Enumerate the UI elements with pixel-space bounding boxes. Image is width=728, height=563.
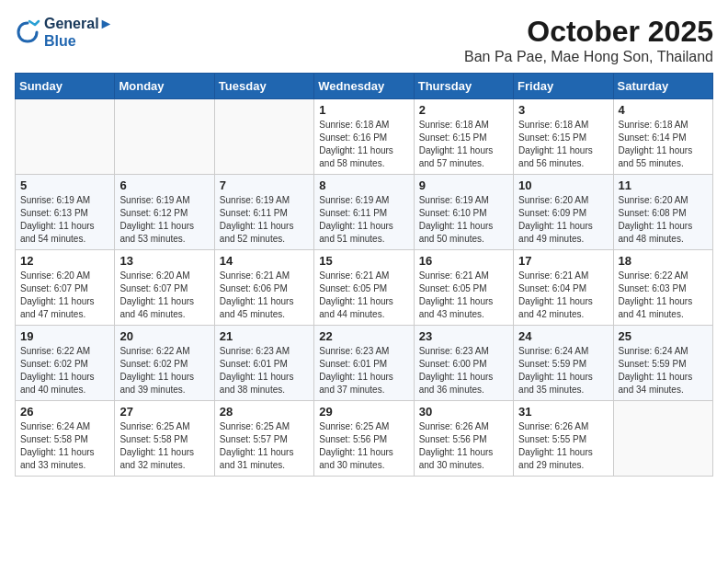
day-info: Sunrise: 6:25 AM Sunset: 5:58 PM Dayligh… xyxy=(119,420,209,472)
day-info: Sunrise: 6:25 AM Sunset: 5:56 PM Dayligh… xyxy=(319,420,408,472)
day-number: 22 xyxy=(319,329,408,343)
day-number: 23 xyxy=(419,329,508,343)
day-number: 19 xyxy=(20,329,109,343)
day-info: Sunrise: 6:18 AM Sunset: 6:14 PM Dayligh… xyxy=(619,119,708,170)
calendar-cell: 1Sunrise: 6:18 AM Sunset: 6:16 PM Daylig… xyxy=(314,99,414,175)
calendar-week-row: 5Sunrise: 6:19 AM Sunset: 6:13 PM Daylig… xyxy=(16,175,713,250)
calendar-cell: 22Sunrise: 6:23 AM Sunset: 6:01 PM Dayli… xyxy=(314,326,414,401)
title-area: October 2025 Ban Pa Pae, Mae Hong Son, T… xyxy=(464,15,713,65)
day-info: Sunrise: 6:20 AM Sunset: 6:09 PM Dayligh… xyxy=(518,194,608,246)
calendar-cell: 17Sunrise: 6:21 AM Sunset: 6:04 PM Dayli… xyxy=(514,250,613,326)
day-number: 20 xyxy=(119,329,209,343)
day-info: Sunrise: 6:25 AM Sunset: 5:57 PM Dayligh… xyxy=(220,420,309,472)
day-info: Sunrise: 6:23 AM Sunset: 6:01 PM Dayligh… xyxy=(319,345,408,396)
calendar-cell: 14Sunrise: 6:21 AM Sunset: 6:06 PM Dayli… xyxy=(214,250,313,326)
calendar-cell: 21Sunrise: 6:23 AM Sunset: 6:01 PM Dayli… xyxy=(214,326,313,401)
day-number: 28 xyxy=(220,405,309,419)
weekday-header-wednesday: Wednesday xyxy=(314,74,414,99)
logo: General► Blue xyxy=(15,15,113,50)
weekday-header-friday: Friday xyxy=(514,74,613,99)
calendar-cell: 13Sunrise: 6:20 AM Sunset: 6:07 PM Dayli… xyxy=(115,250,214,326)
day-info: Sunrise: 6:23 AM Sunset: 6:00 PM Dayligh… xyxy=(419,345,508,396)
calendar-cell xyxy=(115,99,214,175)
day-info: Sunrise: 6:18 AM Sunset: 6:16 PM Dayligh… xyxy=(319,119,408,170)
calendar-cell xyxy=(214,99,313,175)
day-number: 9 xyxy=(419,178,508,192)
calendar-cell xyxy=(16,99,115,175)
day-info: Sunrise: 6:18 AM Sunset: 6:15 PM Dayligh… xyxy=(518,119,608,170)
day-number: 1 xyxy=(319,103,408,117)
day-number: 3 xyxy=(518,103,608,117)
calendar-cell: 6Sunrise: 6:19 AM Sunset: 6:12 PM Daylig… xyxy=(115,175,214,250)
month-title: October 2025 xyxy=(464,15,713,49)
location: Ban Pa Pae, Mae Hong Son, Thailand xyxy=(464,49,713,65)
calendar-cell: 18Sunrise: 6:22 AM Sunset: 6:03 PM Dayli… xyxy=(613,250,712,326)
weekday-header-thursday: Thursday xyxy=(414,74,513,99)
day-number: 8 xyxy=(319,178,408,192)
calendar-week-row: 19Sunrise: 6:22 AM Sunset: 6:02 PM Dayli… xyxy=(16,326,713,401)
calendar-cell: 16Sunrise: 6:21 AM Sunset: 6:05 PM Dayli… xyxy=(414,250,513,326)
day-number: 30 xyxy=(419,405,508,419)
calendar-cell: 19Sunrise: 6:22 AM Sunset: 6:02 PM Dayli… xyxy=(16,326,115,401)
calendar-cell: 5Sunrise: 6:19 AM Sunset: 6:13 PM Daylig… xyxy=(16,175,115,250)
day-number: 4 xyxy=(619,103,708,117)
calendar-cell: 8Sunrise: 6:19 AM Sunset: 6:11 PM Daylig… xyxy=(314,175,414,250)
day-number: 11 xyxy=(619,178,708,192)
day-info: Sunrise: 6:23 AM Sunset: 6:01 PM Dayligh… xyxy=(220,345,309,396)
day-number: 29 xyxy=(319,405,408,419)
day-number: 10 xyxy=(518,178,608,192)
day-number: 13 xyxy=(119,254,209,268)
logo-text: General► Blue xyxy=(44,15,113,50)
day-number: 27 xyxy=(119,405,209,419)
day-info: Sunrise: 6:19 AM Sunset: 6:12 PM Dayligh… xyxy=(119,194,209,246)
day-info: Sunrise: 6:20 AM Sunset: 6:07 PM Dayligh… xyxy=(20,270,109,321)
calendar-week-row: 1Sunrise: 6:18 AM Sunset: 6:16 PM Daylig… xyxy=(16,99,713,175)
calendar-cell: 28Sunrise: 6:25 AM Sunset: 5:57 PM Dayli… xyxy=(214,401,313,477)
day-info: Sunrise: 6:18 AM Sunset: 6:15 PM Dayligh… xyxy=(419,119,508,170)
day-number: 5 xyxy=(20,178,109,192)
calendar-cell: 20Sunrise: 6:22 AM Sunset: 6:02 PM Dayli… xyxy=(115,326,214,401)
day-info: Sunrise: 6:24 AM Sunset: 5:58 PM Dayligh… xyxy=(20,420,109,472)
calendar-cell: 4Sunrise: 6:18 AM Sunset: 6:14 PM Daylig… xyxy=(613,99,712,175)
weekday-header-sunday: Sunday xyxy=(16,74,115,99)
day-info: Sunrise: 6:21 AM Sunset: 6:05 PM Dayligh… xyxy=(419,270,508,321)
calendar-cell: 11Sunrise: 6:20 AM Sunset: 6:08 PM Dayli… xyxy=(613,175,712,250)
calendar-cell: 2Sunrise: 6:18 AM Sunset: 6:15 PM Daylig… xyxy=(414,99,513,175)
day-number: 14 xyxy=(220,254,309,268)
calendar-cell: 24Sunrise: 6:24 AM Sunset: 5:59 PM Dayli… xyxy=(514,326,613,401)
day-info: Sunrise: 6:19 AM Sunset: 6:11 PM Dayligh… xyxy=(220,194,309,246)
day-info: Sunrise: 6:24 AM Sunset: 5:59 PM Dayligh… xyxy=(619,345,708,396)
calendar-cell: 15Sunrise: 6:21 AM Sunset: 6:05 PM Dayli… xyxy=(314,250,414,326)
weekday-header-monday: Monday xyxy=(115,74,214,99)
day-number: 6 xyxy=(119,178,209,192)
calendar-cell: 9Sunrise: 6:19 AM Sunset: 6:10 PM Daylig… xyxy=(414,175,513,250)
calendar-cell: 12Sunrise: 6:20 AM Sunset: 6:07 PM Dayli… xyxy=(16,250,115,326)
day-info: Sunrise: 6:21 AM Sunset: 6:05 PM Dayligh… xyxy=(319,270,408,321)
day-number: 2 xyxy=(419,103,508,117)
day-number: 12 xyxy=(20,254,109,268)
calendar-cell: 26Sunrise: 6:24 AM Sunset: 5:58 PM Dayli… xyxy=(16,401,115,477)
day-number: 16 xyxy=(419,254,508,268)
day-number: 17 xyxy=(518,254,608,268)
day-info: Sunrise: 6:19 AM Sunset: 6:11 PM Dayligh… xyxy=(319,194,408,246)
day-info: Sunrise: 6:26 AM Sunset: 5:55 PM Dayligh… xyxy=(518,420,608,472)
page-header: General► Blue October 2025 Ban Pa Pae, M… xyxy=(15,15,713,65)
day-info: Sunrise: 6:26 AM Sunset: 5:56 PM Dayligh… xyxy=(419,420,508,472)
weekday-header-saturday: Saturday xyxy=(613,74,712,99)
day-number: 31 xyxy=(518,405,608,419)
day-info: Sunrise: 6:21 AM Sunset: 6:04 PM Dayligh… xyxy=(518,270,608,321)
day-info: Sunrise: 6:20 AM Sunset: 6:08 PM Dayligh… xyxy=(619,194,708,246)
calendar-week-row: 26Sunrise: 6:24 AM Sunset: 5:58 PM Dayli… xyxy=(16,401,713,477)
day-info: Sunrise: 6:22 AM Sunset: 6:02 PM Dayligh… xyxy=(119,345,209,396)
day-info: Sunrise: 6:22 AM Sunset: 6:03 PM Dayligh… xyxy=(619,270,708,321)
day-number: 26 xyxy=(20,405,109,419)
calendar-cell: 30Sunrise: 6:26 AM Sunset: 5:56 PM Dayli… xyxy=(414,401,513,477)
calendar-cell xyxy=(613,401,712,477)
day-info: Sunrise: 6:21 AM Sunset: 6:06 PM Dayligh… xyxy=(220,270,309,321)
calendar-cell: 27Sunrise: 6:25 AM Sunset: 5:58 PM Dayli… xyxy=(115,401,214,477)
logo-icon xyxy=(15,19,40,45)
calendar-cell: 29Sunrise: 6:25 AM Sunset: 5:56 PM Dayli… xyxy=(314,401,414,477)
day-info: Sunrise: 6:22 AM Sunset: 6:02 PM Dayligh… xyxy=(20,345,109,396)
calendar-cell: 3Sunrise: 6:18 AM Sunset: 6:15 PM Daylig… xyxy=(514,99,613,175)
calendar-cell: 25Sunrise: 6:24 AM Sunset: 5:59 PM Dayli… xyxy=(613,326,712,401)
